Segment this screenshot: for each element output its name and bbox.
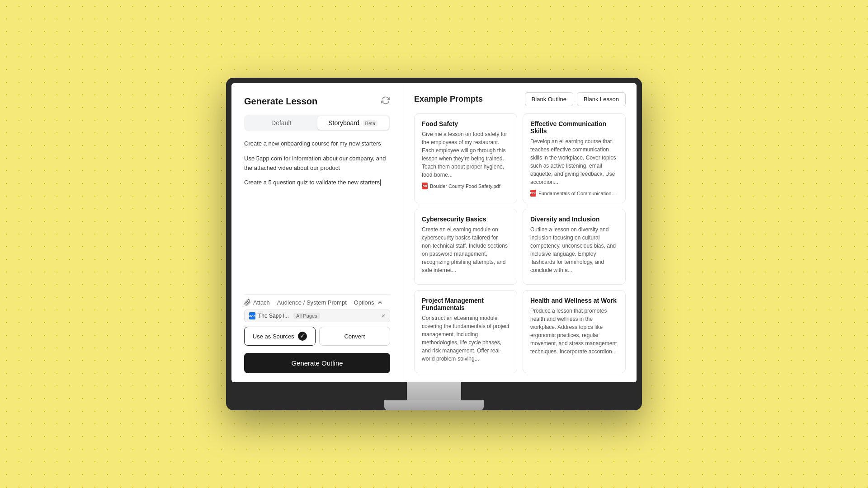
- card-title-5: Health and Wellness at Work: [530, 297, 618, 304]
- card-body-4: Construct an eLearning module covering t…: [422, 314, 509, 363]
- refresh-icon[interactable]: [381, 96, 390, 107]
- card-file-icon-1: PDF: [530, 190, 536, 197]
- attach-button[interactable]: Attach: [244, 299, 270, 306]
- file-tag: All Pages: [293, 313, 320, 319]
- card-body-5: Produce a lesson that promotes health an…: [530, 307, 618, 356]
- blank-outline-button[interactable]: Blank Outline: [525, 92, 573, 106]
- card-file-name-0: Boulder County Food Safety.pdf: [430, 183, 500, 189]
- card-body-2: Create an eLearning module on cybersecur…: [422, 225, 509, 274]
- card-title-1: Effective Communication Skills: [530, 120, 618, 135]
- header-buttons: Blank Outline Blank Lesson: [525, 92, 626, 106]
- card-body-1: Develop an eLearning course that teaches…: [530, 137, 618, 186]
- generate-outline-button[interactable]: Generate Outline: [244, 353, 390, 373]
- prompt-lines: Create a new onboarding course for my ne…: [244, 139, 390, 291]
- right-header: Example Prompts Blank Outline Blank Less…: [414, 92, 626, 106]
- panel-header: Generate Lesson: [244, 96, 390, 107]
- screen-content: Generate Lesson Default Storyboard Beta: [231, 83, 637, 382]
- left-panel: Generate Lesson Default Storyboard Beta: [231, 83, 403, 382]
- tab-default[interactable]: Default: [245, 116, 317, 130]
- file-name: The Sapp l...: [258, 313, 289, 319]
- prompt-card-3[interactable]: Diversity and Inclusion Outline a lesson…: [523, 209, 626, 285]
- prompt-card-0[interactable]: Food Safety Give me a lesson on food saf…: [414, 113, 517, 203]
- prompt-card-2[interactable]: Cybersecurity Basics Create an eLearning…: [414, 209, 517, 285]
- convert-button[interactable]: Convert: [319, 327, 391, 346]
- use-as-sources-button[interactable]: Use as Sources ✓: [244, 327, 316, 346]
- monitor: Generate Lesson Default Storyboard Beta: [226, 78, 642, 410]
- monitor-stand-base: [384, 400, 484, 410]
- monitor-screen: Generate Lesson Default Storyboard Beta: [231, 83, 637, 382]
- example-prompts-title: Example Prompts: [414, 94, 483, 104]
- tab-storyboard[interactable]: Storyboard Beta: [317, 116, 389, 130]
- card-title-4: Project Management Fundamentals: [422, 297, 509, 311]
- card-file-0: PDF Boulder County Food Safety.pdf: [422, 183, 509, 189]
- panel-title: Generate Lesson: [244, 96, 317, 107]
- audience-button[interactable]: Audience / System Prompt: [277, 299, 347, 306]
- options-button[interactable]: Options: [354, 299, 383, 306]
- prompt-card-4[interactable]: Project Management Fundamentals Construc…: [414, 290, 517, 373]
- prompt-cards-grid: Food Safety Give me a lesson on food saf…: [414, 113, 626, 373]
- card-file-icon-0: PDF: [422, 183, 428, 189]
- card-body-0: Give me a lesson on food safety for the …: [422, 130, 509, 179]
- toolbar: Attach Audience / System Prompt Options: [244, 294, 390, 310]
- action-buttons: Use as Sources ✓ Convert: [244, 327, 390, 346]
- prompt-line-1: Create a new onboarding course for my ne…: [244, 139, 390, 149]
- card-title-2: Cybersecurity Basics: [422, 216, 509, 223]
- prompt-card-1[interactable]: Effective Communication Skills Develop a…: [523, 113, 626, 203]
- monitor-stand-top: [407, 382, 461, 400]
- card-body-3: Outline a lesson on diversity and inclus…: [530, 225, 618, 274]
- file-doc-icon: doc: [249, 312, 255, 319]
- file-close-button[interactable]: ×: [382, 312, 385, 319]
- card-file-name-1: Fundamentals of Communication....: [538, 191, 617, 196]
- card-title-0: Food Safety: [422, 120, 509, 127]
- tab-badge-beta: Beta: [363, 120, 378, 127]
- card-file-1: PDF Fundamentals of Communication....: [530, 190, 618, 197]
- text-cursor: [380, 179, 381, 186]
- attached-file: doc The Sapp l... All Pages ×: [244, 310, 390, 322]
- prompt-line-2: Use 5app.com for information about our c…: [244, 154, 390, 173]
- prompt-card-5[interactable]: Health and Wellness at Work Produce a le…: [523, 290, 626, 373]
- card-title-3: Diversity and Inclusion: [530, 216, 618, 223]
- tabs-container: Default Storyboard Beta: [244, 115, 390, 131]
- right-panel: Example Prompts Blank Outline Blank Less…: [403, 83, 637, 382]
- check-circle-icon: ✓: [298, 332, 307, 341]
- prompt-line-3: Create a 5 question quiz to validate the…: [244, 178, 390, 188]
- blank-lesson-button[interactable]: Blank Lesson: [577, 92, 626, 106]
